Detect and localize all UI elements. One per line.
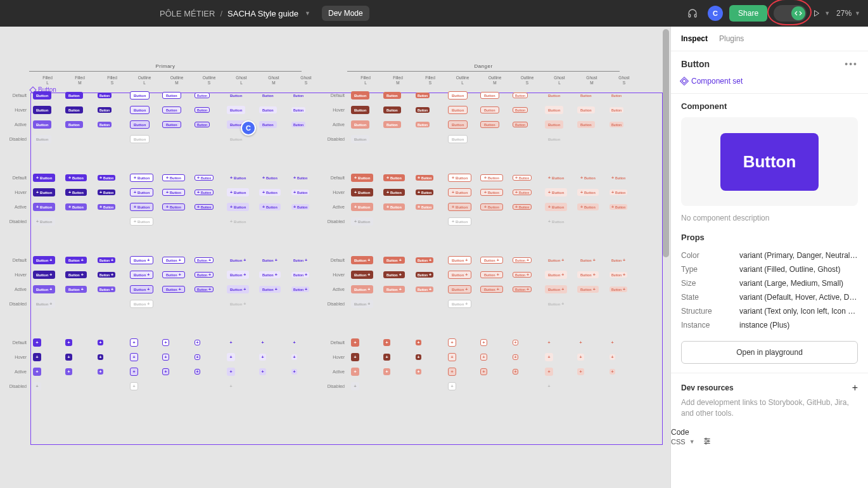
variant-button: Button+ <box>259 271 281 278</box>
variant-button: + <box>351 368 359 376</box>
component-description: No component description <box>671 214 868 231</box>
state-label: Default <box>6 335 30 350</box>
variant-button: +Button <box>545 203 567 211</box>
variant-button: +Button <box>513 175 532 181</box>
present-button[interactable]: ▼ <box>813 10 830 17</box>
variant-button: +Button <box>610 204 627 210</box>
variant-button: Button <box>545 91 563 100</box>
variant-button: + <box>33 353 41 361</box>
state-label: Disabled <box>6 379 30 394</box>
state-label: Disabled <box>6 214 30 229</box>
state-label: Active <box>324 117 348 132</box>
variant-button: +Button <box>195 189 214 195</box>
variant-button: +Button <box>98 204 115 210</box>
user-avatar[interactable]: C <box>708 6 723 21</box>
more-icon[interactable]: ••• <box>845 59 858 69</box>
code-lang-select[interactable]: CSS <box>671 438 686 446</box>
variant-button: +Button <box>416 175 433 181</box>
breadcrumb-org[interactable]: PÔLE MÉTIER <box>160 9 215 18</box>
variant-button: +Button <box>65 189 87 196</box>
state-label: Disabled <box>324 132 348 146</box>
variant-button: +Button <box>259 174 281 181</box>
variant-button: Button+ <box>130 271 153 279</box>
variant-button: Button+ <box>416 257 433 263</box>
variant-button: + <box>545 382 553 390</box>
variant-button: Button+ <box>130 285 153 293</box>
variant-button: +Button <box>383 203 405 210</box>
variant-button: +Button <box>227 188 249 196</box>
variant-button: + <box>98 354 103 360</box>
variant-button: Button <box>227 135 245 143</box>
variant-button: + <box>383 354 390 361</box>
tab-inspect[interactable]: Inspect <box>681 34 708 43</box>
variant-button: Button <box>480 106 499 113</box>
danger-block: DangerFilledLFilledMFilledSOutlineLOutli… <box>324 63 642 418</box>
variant-button: Button <box>351 91 369 100</box>
variant-button: +Button <box>130 217 153 226</box>
devmode-badge[interactable]: Dev Mode <box>322 6 369 21</box>
variant-button: Button <box>33 106 51 114</box>
variant-button: + <box>227 338 235 347</box>
variant-button: Button <box>351 106 369 114</box>
scrollbar-vertical[interactable] <box>663 29 669 485</box>
variant-button: + <box>610 340 615 345</box>
code-icon <box>791 6 805 20</box>
prop-key: Instance <box>681 321 739 330</box>
variant-button: + <box>291 369 297 375</box>
variant-button: Button+ <box>610 257 627 263</box>
variant-button: Button <box>448 135 468 143</box>
variant-button: Button <box>513 122 528 127</box>
variant-button: +Button <box>291 175 309 181</box>
variant-button: + <box>195 354 200 360</box>
add-dev-resource-button[interactable]: + <box>852 382 858 394</box>
variant-button: +Button <box>162 189 185 196</box>
variant-button: + <box>448 382 456 390</box>
state-label: Active <box>6 200 30 214</box>
variant-button: +Button <box>98 175 115 181</box>
chevron-down-icon[interactable]: ▼ <box>305 10 310 16</box>
prop-key: Structure <box>681 307 739 316</box>
variant-button: + <box>545 368 553 376</box>
variant-button: +Button <box>33 217 55 226</box>
variant-button: Button <box>195 107 210 113</box>
component-preview: Button <box>681 117 858 206</box>
tab-plugins[interactable]: Plugins <box>719 34 744 43</box>
canvas[interactable]: Button PrimaryFilledLFilledMFilledSOutli… <box>0 27 670 488</box>
variant-button: Button <box>545 106 563 114</box>
props-heading: Props <box>671 231 868 248</box>
share-button[interactable]: Share <box>729 5 767 22</box>
variant-button: + <box>291 354 297 360</box>
variant-button: Button+ <box>351 271 373 279</box>
variant-button: + <box>577 339 584 346</box>
variant-button: Button <box>33 91 51 100</box>
code-settings-icon[interactable] <box>703 437 712 447</box>
open-playground-button[interactable]: Open in playground <box>681 341 858 364</box>
variant-button: Button+ <box>351 300 373 308</box>
variant-button: Button+ <box>291 257 309 263</box>
zoom-control[interactable]: 27%▼ <box>836 9 860 18</box>
variant-button: + <box>259 339 266 346</box>
variant-button: Button <box>383 92 401 99</box>
devmode-toggle[interactable] <box>774 5 807 22</box>
variant-button: + <box>130 368 138 376</box>
collaborator-cursor: C <box>241 120 256 136</box>
variant-button: + <box>33 338 41 347</box>
variant-button: Button <box>65 106 83 113</box>
variant-button: Button <box>416 122 430 127</box>
state-label: Hover <box>6 350 30 364</box>
component-set-link[interactable]: Component set <box>671 77 868 93</box>
variant-button: Button <box>448 106 468 114</box>
variant-button: Button+ <box>545 271 567 279</box>
variant-button: + <box>98 369 103 375</box>
variant-button: Button+ <box>577 271 599 278</box>
variant-button: Button <box>448 91 468 100</box>
variant-button: +Button <box>448 203 471 211</box>
variant-button: + <box>259 368 266 375</box>
headphones-icon[interactable] <box>684 4 701 22</box>
variant-button: Button <box>351 135 369 143</box>
breadcrumb-file[interactable]: SACHA Style guide <box>227 9 298 18</box>
prop-row: Instanceinstance (Plus) <box>671 318 868 332</box>
breadcrumb: PÔLE MÉTIER / SACHA Style guide ▼ <box>160 9 310 18</box>
variant-button: Button+ <box>98 257 115 263</box>
variant-button: +Button <box>610 175 627 181</box>
